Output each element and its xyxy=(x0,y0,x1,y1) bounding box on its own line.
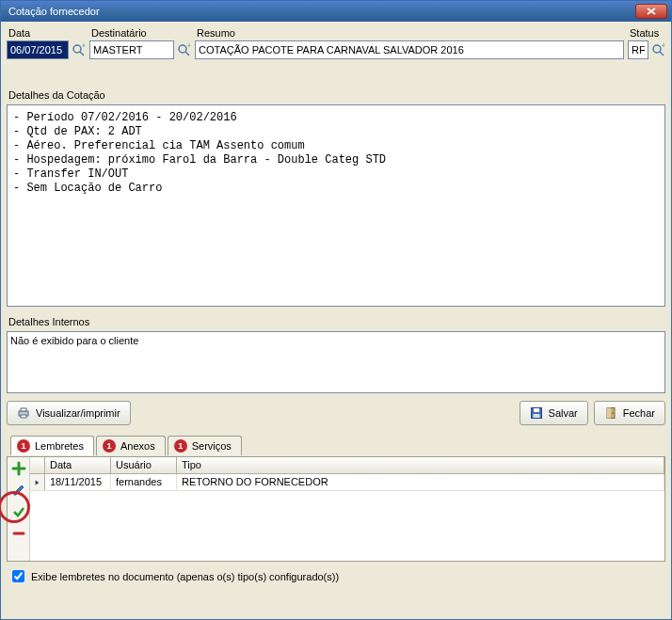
svg-rect-14 xyxy=(533,414,539,418)
pencil-icon xyxy=(12,484,25,497)
save-button-label: Salvar xyxy=(549,407,578,419)
print-button-label: Visualizar/imprimir xyxy=(36,407,120,419)
plus-icon xyxy=(11,461,26,476)
svg-point-6 xyxy=(653,45,661,53)
grid-header: Data Usuário Tipo xyxy=(30,457,664,474)
tab-lembretes-label: Lembretes xyxy=(35,440,84,452)
printer-icon xyxy=(17,406,30,420)
svg-text:+: + xyxy=(187,43,190,49)
svg-text:+: + xyxy=(82,43,85,49)
destinatario-lookup-icon[interactable]: + xyxy=(176,42,191,57)
remove-button[interactable] xyxy=(10,525,27,542)
close-button[interactable]: Fechar xyxy=(594,401,665,425)
edit-button[interactable] xyxy=(10,482,27,499)
svg-line-7 xyxy=(660,52,664,56)
grid-header-usuario[interactable]: Usuário xyxy=(111,457,177,473)
tab-lembretes-badge: 1 xyxy=(17,439,30,453)
tab-servicos-badge: 1 xyxy=(174,439,187,453)
header-fields: Data + Destinatário + Resumo xyxy=(7,27,665,59)
svg-line-1 xyxy=(80,52,84,56)
svg-rect-11 xyxy=(21,415,26,418)
save-button[interactable]: Salvar xyxy=(520,401,588,425)
exibe-lembretes-checkbox[interactable] xyxy=(12,570,24,582)
cell-tipo: RETORNO DO FORNECEDOR xyxy=(177,474,664,490)
resumo-label: Resumo xyxy=(195,27,624,39)
print-button[interactable]: Visualizar/imprimir xyxy=(7,401,131,425)
svg-point-0 xyxy=(73,45,81,53)
tab-servicos-label: Serviços xyxy=(192,440,232,452)
svg-text:+: + xyxy=(662,43,664,49)
tab-lembretes[interactable]: 1 Lembretes xyxy=(10,436,94,455)
action-row: Visualizar/imprimir Salvar Fechar xyxy=(7,401,665,425)
cell-data: 18/11/2015 xyxy=(45,474,111,490)
minus-icon xyxy=(12,527,25,540)
tab-anexos-label: Anexos xyxy=(120,440,155,452)
content-area: Data + Destinatário + Resumo xyxy=(1,22,671,619)
tabs: 1 Lembretes 1 Anexos 1 Serviços xyxy=(7,435,665,454)
status-lookup-icon[interactable]: + xyxy=(650,42,665,57)
row-marker-icon xyxy=(30,474,45,490)
grid: Data Usuário Tipo 18/11/2015 fernandes R… xyxy=(30,457,664,561)
exibe-lembretes-label: Exibe lembretes no documento (apenas o(s… xyxy=(31,571,339,582)
status-label: Status xyxy=(628,27,665,39)
data-label: Data xyxy=(7,27,86,39)
destinatario-input[interactable] xyxy=(89,40,174,59)
tab-pane: Data Usuário Tipo 18/11/2015 fernandes R… xyxy=(7,456,665,562)
svg-rect-16 xyxy=(607,408,611,419)
detalhes-label: Detalhes da Cotação xyxy=(7,89,665,101)
window-close-button[interactable] xyxy=(635,4,667,19)
internos-textarea[interactable] xyxy=(7,331,665,393)
window-title: Cotação fornecedor xyxy=(8,6,100,17)
grid-header-tipo[interactable]: Tipo xyxy=(177,457,664,473)
svg-point-3 xyxy=(179,45,186,53)
close-icon xyxy=(647,8,656,15)
data-lookup-icon[interactable]: + xyxy=(71,42,86,57)
svg-rect-13 xyxy=(534,408,539,412)
table-row[interactable]: 18/11/2015 fernandes RETORNO DO FORNECED… xyxy=(30,474,664,491)
add-button[interactable] xyxy=(10,460,27,477)
confirm-button[interactable] xyxy=(10,503,27,520)
titlebar: Cotação fornecedor xyxy=(1,1,671,22)
tab-servicos[interactable]: 1 Serviços xyxy=(168,436,242,455)
svg-point-17 xyxy=(612,412,614,414)
checkbox-row: Exibe lembretes no documento (apenas o(s… xyxy=(7,567,665,585)
close-button-label: Fechar xyxy=(623,407,655,419)
data-input[interactable] xyxy=(7,40,69,59)
window: Cotação fornecedor Data + Destinatário xyxy=(0,0,672,620)
tab-anexos[interactable]: 1 Anexos xyxy=(96,436,166,455)
cell-usuario: fernandes xyxy=(111,474,177,490)
grid-header-data[interactable]: Data xyxy=(45,457,111,473)
pane-toolbar xyxy=(8,457,30,561)
detalhes-textarea[interactable] xyxy=(7,104,665,307)
grid-header-marker xyxy=(30,457,45,473)
check-icon xyxy=(12,505,25,518)
svg-rect-10 xyxy=(21,408,26,411)
status-input[interactable] xyxy=(628,40,648,59)
internos-label: Detalhes Internos xyxy=(7,316,665,327)
tab-anexos-badge: 1 xyxy=(103,439,116,453)
destinatario-label: Destinatário xyxy=(89,27,191,39)
svg-line-4 xyxy=(185,52,189,56)
save-icon xyxy=(530,406,543,420)
door-icon xyxy=(604,406,617,420)
resumo-input[interactable] xyxy=(195,40,624,59)
